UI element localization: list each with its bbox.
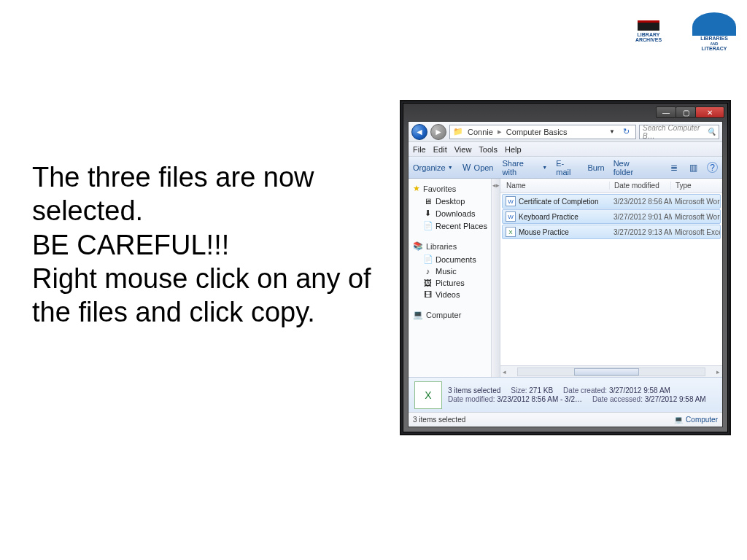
view-mode-icon[interactable]: ≣ [669,163,679,173]
details-excel-icon: X [414,381,442,409]
computer-icon: 💻 [413,310,423,319]
splitter-handle[interactable]: ◂▸ [492,179,500,377]
nav-pictures[interactable]: 🖼Pictures [409,277,491,289]
recent-icon: 📄 [423,221,433,230]
nav-documents[interactable]: 📄Documents [409,253,491,265]
forward-button[interactable]: ► [430,124,446,140]
close-button[interactable]: ✕ [695,106,724,118]
breadcrumb-sep-icon: ▸ [498,127,502,136]
pictures-icon: 🖼 [423,279,433,287]
tool-newfolder[interactable]: New folder [614,159,651,176]
computer-small-icon: 💻 [674,416,683,424]
tool-email[interactable]: E-mail [556,159,578,176]
nav-libraries[interactable]: 📚Libraries [409,239,491,253]
folder-icon: 📁 [453,127,463,136]
tool-open[interactable]: WOpen [462,163,494,173]
column-headers: Name Date modified Type [500,179,722,193]
file-xls-icon: X [506,227,516,237]
nav-music[interactable]: ♪Music [409,265,491,277]
file-row[interactable]: XMouse Practice 3/27/2012 9:13 AM Micros… [502,225,721,239]
back-button[interactable]: ◄ [411,124,427,140]
menu-edit[interactable]: Edit [433,145,447,154]
scrollbar-thumb[interactable] [574,368,640,376]
col-type[interactable]: Type [671,182,722,190]
details-title: 3 items selected [448,386,500,394]
refresh-icon[interactable]: ↻ [619,127,632,136]
nav-desktop[interactable]: 🖥Desktop [409,195,491,207]
breadcrumb-2[interactable]: Computer Basics [505,128,569,136]
horizontal-scrollbar[interactable]: ◂ ▸ [500,365,722,377]
address-bar[interactable]: 📁 Connie ▸ Computer Basics ▼ ↻ [449,125,636,139]
logo-library-archives: LIBRARYARCHIVES [623,6,674,57]
nav-videos[interactable]: 🎞Videos [409,289,491,300]
help-icon[interactable]: ? [707,162,718,173]
file-doc-icon: W [506,196,516,206]
status-right: 💻 Computer [674,416,718,424]
address-dropdown-icon[interactable]: ▼ [608,128,616,135]
address-bar-row: ◄ ► 📁 Connie ▸ Computer Basics ▼ ↻ Searc… [409,122,722,142]
instruction-text: The three files are now selected. BE CAR… [32,160,375,330]
instruction-line-3: Right mouse click on any of the files an… [32,262,375,330]
tool-share[interactable]: Share with▼ [503,159,548,176]
word-icon: W [462,163,472,173]
music-icon: ♪ [423,267,433,276]
breadcrumb-1[interactable]: Connie [466,128,495,136]
documents-icon: 📄 [423,254,433,264]
menu-bar: File Edit View Tools Help [409,142,722,157]
explorer-window: — ▢ ✕ ◄ ► 📁 Connie ▸ Computer Basics ▼ ↻ [400,100,731,435]
logo-libraries-literacy: LIBRARIESANDLITERACY [689,6,740,57]
search-input[interactable]: Search Computer B… 🔍 [639,125,719,139]
navigation-pane: ★Favorites 🖥Desktop ⬇Downloads 📄Recent P… [409,179,492,377]
instruction-line-2: BE CAREFUL!!! [32,228,375,262]
toolbar: Organize▼ WOpen Share with▼ E-mail Burn … [409,157,722,179]
libraries-icon: 📚 [413,241,423,251]
file-row[interactable]: WKeyboard Practice 3/27/2012 9:01 AM Mic… [502,209,721,224]
desktop-icon: 🖥 [423,197,433,206]
videos-icon: 🎞 [423,290,433,299]
menu-file[interactable]: File [413,145,426,154]
preview-pane-icon[interactable]: ▥ [688,163,698,173]
status-left: 3 items selected [413,416,465,424]
menu-tools[interactable]: Tools [479,145,498,154]
nav-favorites[interactable]: ★Favorites [409,182,491,195]
file-row[interactable]: WCertificate of Completion 3/23/2012 8:5… [502,194,721,209]
star-icon: ★ [413,184,420,193]
file-list-pane: Name Date modified Type WCertificate of … [500,179,722,377]
col-name[interactable]: Name [500,182,610,190]
menu-help[interactable]: Help [505,145,522,154]
nav-downloads[interactable]: ⬇Downloads [409,207,491,219]
tool-organize[interactable]: Organize▼ [413,163,453,172]
search-icon: 🔍 [707,128,716,136]
instruction-line-1: The three files are now selected. [32,160,375,228]
maximize-button[interactable]: ▢ [676,106,696,118]
search-placeholder: Search Computer B… [643,124,707,140]
window-titlebar: — ▢ ✕ [403,104,727,121]
file-rows: WCertificate of Completion 3/23/2012 8:5… [500,193,722,365]
tool-burn[interactable]: Burn [587,163,604,172]
file-doc-icon: W [506,211,516,222]
nav-recent[interactable]: 📄Recent Places [409,219,491,232]
menu-view[interactable]: View [454,145,472,154]
col-date[interactable]: Date modified [610,182,671,190]
header-logos: LIBRARYARCHIVES LIBRARIESANDLITERACY [623,6,740,57]
nav-computer[interactable]: 💻Computer [409,308,491,322]
details-pane: X 3 items selected Size: 271 KB Date cre… [409,377,722,412]
downloads-icon: ⬇ [423,209,433,218]
minimize-button[interactable]: — [656,106,676,118]
status-bar: 3 items selected 💻 Computer [409,412,722,427]
